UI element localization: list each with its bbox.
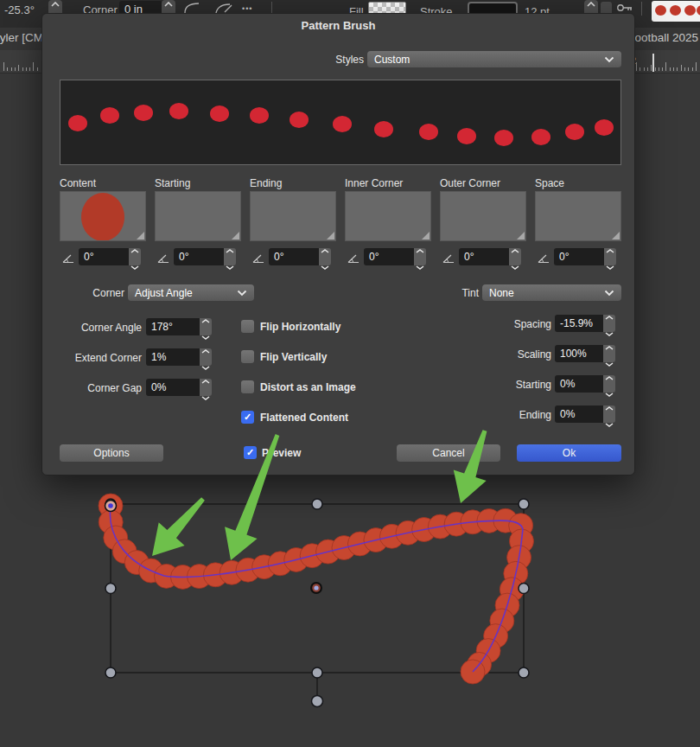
- chevron-down-icon: [604, 56, 614, 63]
- slot-thumbnail[interactable]: [345, 191, 431, 241]
- value-stepper[interactable]: [200, 318, 212, 335]
- flip-vertically-label: Flip Vertically: [260, 351, 390, 363]
- selection-handle[interactable]: [519, 499, 529, 509]
- ending-label: Ending: [482, 409, 551, 421]
- corner-angle-input[interactable]: 178°: [146, 318, 200, 335]
- chevron-up-icon: [226, 241, 234, 257]
- selection-handle[interactable]: [519, 584, 529, 594]
- ending-input[interactable]: 0%: [555, 405, 603, 423]
- options-button[interactable]: Options: [60, 444, 163, 462]
- angle-icon: [538, 252, 550, 264]
- brush-stroke-dot: [124, 551, 149, 575]
- chevron-down-icon: [321, 258, 329, 273]
- selection-handle[interactable]: [105, 584, 116, 594]
- brush-stroke-dot: [509, 529, 533, 553]
- value-stepper[interactable]: [319, 248, 331, 265]
- spacing-input[interactable]: -15.9%: [555, 315, 603, 332]
- path-start-node[interactable]: [105, 501, 117, 512]
- ruler-tick: [662, 67, 663, 71]
- flip-horizontally-checkbox[interactable]: [241, 320, 254, 333]
- slot-angle-input[interactable]: 0°: [79, 248, 129, 265]
- value-stepper[interactable]: [200, 348, 212, 366]
- brush-stroke-dot: [477, 508, 501, 533]
- brush-stroke-dot: [461, 510, 485, 534]
- chevron-up-icon: [511, 241, 519, 257]
- preview-dot: [169, 103, 188, 119]
- value-stepper[interactable]: [603, 345, 615, 362]
- slot-angle-input[interactable]: 0°: [364, 248, 414, 265]
- value-stepper[interactable]: [603, 315, 615, 332]
- brush-stroke-dot: [364, 528, 388, 552]
- preview-dot: [419, 124, 438, 140]
- selection-handle[interactable]: [519, 667, 529, 678]
- scaling-input[interactable]: 100%: [555, 345, 603, 362]
- cap-style-icon[interactable]: [214, 2, 233, 14]
- value-stepper[interactable]: [603, 405, 615, 423]
- selection-handle[interactable]: [312, 667, 322, 678]
- vector-path[interactable]: [110, 506, 523, 672]
- cancel-button[interactable]: Cancel: [397, 444, 500, 462]
- brush-stroke-dot: [316, 540, 340, 564]
- angle-icon: [62, 252, 74, 264]
- brush-stroke-dot: [300, 544, 324, 568]
- preview-checkbox[interactable]: ✓: [244, 446, 257, 459]
- slot-label: Ending: [250, 177, 336, 189]
- slot-angle-input[interactable]: 0°: [459, 248, 509, 265]
- key-icon[interactable]: [616, 3, 633, 13]
- flattened-content-checkbox[interactable]: ✓: [241, 411, 254, 424]
- center-marker-core: [314, 585, 318, 590]
- flattened-content-label: Flattened Content: [260, 412, 390, 424]
- slot-thumbnail[interactable]: [155, 191, 241, 241]
- chevron-down-icon: [237, 290, 247, 297]
- slot-label: Space: [535, 177, 621, 189]
- ruler-tick: [18, 65, 19, 71]
- brush-stroke-dot: [268, 552, 292, 576]
- slot-thumbnail[interactable]: [440, 191, 526, 241]
- corner-gap-input[interactable]: 0%: [146, 379, 200, 396]
- document-tab-left[interactable]: tyler [CM: [0, 31, 43, 44]
- brush-stroke-dot: [500, 578, 524, 602]
- slot-thumbnail[interactable]: [535, 191, 621, 241]
- preview-dot: [100, 107, 119, 124]
- ruler-tick: [670, 67, 671, 71]
- value-stepper[interactable]: [509, 248, 521, 265]
- value-stepper[interactable]: [129, 248, 141, 265]
- selection-handle[interactable]: [105, 499, 116, 509]
- styles-dropdown[interactable]: Custom: [367, 51, 621, 67]
- preview-checkbox-label: Preview: [262, 447, 331, 459]
- value-stepper[interactable]: [414, 248, 426, 265]
- annotation-arrow: [152, 497, 205, 556]
- document-tab-right[interactable]: Football 2025: [627, 31, 698, 44]
- slot-label: Starting: [155, 177, 241, 189]
- value-stepper[interactable]: [224, 248, 236, 265]
- slot-thumbnail[interactable]: [250, 191, 336, 241]
- selection-handle[interactable]: [312, 499, 322, 509]
- cap-round-icon[interactable]: [183, 2, 202, 14]
- angle-icon: [347, 252, 360, 267]
- ruler-tick: [640, 67, 640, 71]
- tint-dropdown[interactable]: None: [482, 284, 621, 301]
- flip-vertically-checkbox[interactable]: [241, 350, 254, 363]
- slot-thumbnail[interactable]: [60, 191, 146, 241]
- angle-icon: [347, 252, 360, 264]
- pattern-brush-swatch[interactable]: [652, 1, 700, 22]
- slot-angle-input[interactable]: 0°: [554, 248, 604, 265]
- slot-angle-input[interactable]: 0°: [269, 248, 319, 265]
- value-stepper[interactable]: [604, 248, 616, 265]
- value-stepper[interactable]: [603, 375, 615, 393]
- preview-dot: [595, 119, 614, 136]
- selection-handle[interactable]: [105, 667, 116, 678]
- chevron-up-icon: [416, 241, 424, 257]
- slot-angle-input[interactable]: 0°: [174, 248, 224, 265]
- value-stepper[interactable]: [200, 379, 212, 396]
- extend-corner-input[interactable]: 1%: [146, 348, 200, 366]
- more-options-icon[interactable]: •••: [242, 4, 252, 13]
- corner-mode-dropdown[interactable]: Adjust Angle: [128, 284, 254, 301]
- ok-button[interactable]: Ok: [517, 444, 621, 462]
- ruler-tick: [684, 67, 685, 71]
- rotation-handle[interactable]: [312, 696, 323, 707]
- styles-value: Custom: [374, 54, 410, 66]
- distort-as-an-image-checkbox[interactable]: [241, 380, 254, 393]
- tint-value: None: [489, 287, 514, 299]
- starting-input[interactable]: 0%: [555, 375, 603, 393]
